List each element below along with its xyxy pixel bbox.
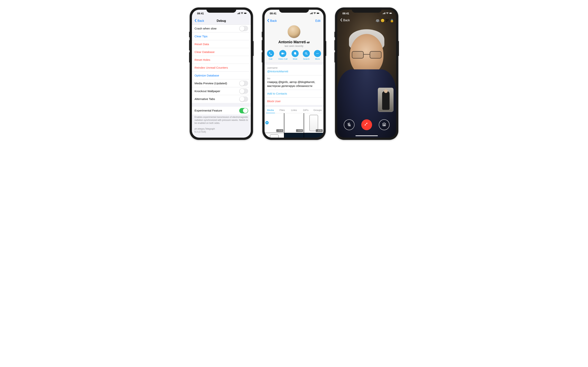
add-to-contacts[interactable]: Add to Contacts xyxy=(265,90,323,98)
call-controls xyxy=(337,119,396,130)
tab-groups[interactable]: Groups xyxy=(312,107,323,113)
battery-icon xyxy=(244,12,247,15)
row-clear-tips[interactable]: Clear Tips xyxy=(192,33,251,40)
action-video-call[interactable]: Video Call xyxy=(278,50,288,60)
chevron-left-icon xyxy=(194,19,197,23)
media-item[interactable]: ↓ 0:20 xyxy=(284,113,304,133)
wifi-icon xyxy=(386,12,389,15)
media-item[interactable] xyxy=(265,133,284,138)
row-media-preview[interactable]: Media Preview (Updated) xyxy=(192,79,251,87)
app-build-info: ph.telegra.Telegraph 6.3 (17316) xyxy=(192,127,251,135)
emoji-key: 🦝 xyxy=(376,19,379,23)
svg-point-15 xyxy=(316,53,317,54)
username-block[interactable]: username @AntonioMarreti xyxy=(265,65,323,75)
notch xyxy=(279,8,309,13)
emoji-key: 🔒 xyxy=(390,19,394,23)
avatar[interactable] xyxy=(287,25,301,38)
row-experimental-feature[interactable]: Experimental Feature xyxy=(192,107,251,115)
row-optimize-database[interactable]: Optimize Database xyxy=(192,72,251,79)
svg-rect-19 xyxy=(383,13,384,14)
profile-name: Antonio Marreti🏎 xyxy=(265,40,323,44)
toggle-experimental[interactable] xyxy=(239,108,248,113)
nav-title: Debug xyxy=(217,19,226,23)
status-time: 09:41 xyxy=(197,12,204,15)
signal-icon xyxy=(310,12,313,15)
svg-rect-8 xyxy=(311,13,311,14)
phone-video-call: 09:41 Back 🦝 😊 🕊 🔒 xyxy=(335,8,398,140)
svg-rect-18 xyxy=(383,13,383,14)
svg-rect-7 xyxy=(310,13,310,14)
name-emoji: 🏎 xyxy=(307,41,310,44)
row-alternative-tabs[interactable]: Alternative Tabs xyxy=(192,95,251,103)
media-item[interactable] xyxy=(284,133,304,138)
emoji-key: 🕊 xyxy=(386,19,389,23)
wifi-icon xyxy=(313,12,316,15)
svg-rect-5 xyxy=(244,13,246,13)
media-item[interactable]: ↓ 0:31 xyxy=(304,113,323,133)
experimental-footer: Enables experimental transmission of ele… xyxy=(192,115,251,127)
edit-button[interactable]: Edit xyxy=(315,19,322,23)
status-time: 09:41 xyxy=(270,12,276,15)
toggle-crash-slow[interactable] xyxy=(239,26,248,31)
tab-media[interactable]: Media xyxy=(265,107,276,113)
media-grid: ↓ 0:10 ↓ 0:20 ↓ 0:31 xyxy=(265,113,323,138)
home-indicator[interactable] xyxy=(355,135,378,136)
row-reindex-unread[interactable]: Reindex Unread Counters xyxy=(192,64,251,72)
chevron-left-icon xyxy=(266,19,270,23)
media-tabs: Media Files Links GIFs Groups xyxy=(265,107,323,113)
nav-bar: Back Edit xyxy=(265,17,323,25)
local-video-pip[interactable] xyxy=(378,88,394,112)
emoji-key: 😊 xyxy=(381,19,385,23)
svg-rect-24 xyxy=(392,13,392,13)
mute-button[interactable] xyxy=(344,119,354,130)
tab-files[interactable]: Files xyxy=(276,107,288,113)
svg-point-17 xyxy=(318,53,319,54)
notch xyxy=(352,8,382,13)
flip-camera-button[interactable] xyxy=(379,119,390,130)
action-call[interactable]: Call xyxy=(267,50,274,60)
block-user[interactable]: Block User xyxy=(265,98,323,105)
wifi-icon xyxy=(241,12,243,15)
action-more[interactable]: More xyxy=(314,50,321,60)
media-item[interactable] xyxy=(304,133,323,138)
profile-header: Antonio Marreti🏎 last seen recently Call… xyxy=(265,25,323,63)
svg-rect-13 xyxy=(319,13,319,13)
video-duration-badge: ↓ 0:10 xyxy=(276,129,283,132)
svg-rect-3 xyxy=(240,12,240,14)
svg-rect-9 xyxy=(312,12,312,14)
bio-block: bio главред @tginfo, автор @blogMarreti,… xyxy=(265,75,323,90)
back-button[interactable]: Back xyxy=(194,19,204,23)
back-button[interactable]: Back xyxy=(266,19,277,23)
svg-rect-21 xyxy=(385,12,385,14)
tab-links[interactable]: Links xyxy=(288,107,300,113)
toggle-media-preview[interactable] xyxy=(239,81,248,86)
bio-value: главред @tginfo, автор @blogMarreti, мас… xyxy=(267,80,321,88)
action-search[interactable]: Search xyxy=(303,50,310,60)
chevron-left-icon xyxy=(339,18,343,22)
tab-gifs[interactable]: GIFs xyxy=(300,107,312,113)
play-icon xyxy=(265,121,269,124)
toggle-alt-tabs[interactable] xyxy=(239,96,248,102)
bell-slash-icon xyxy=(292,50,299,57)
status-time: 09:41 xyxy=(342,12,349,15)
phone-contact-profile: 09:41 Back Edit Antonio Marreti🏎 last se… xyxy=(262,8,326,140)
toggle-knockout[interactable] xyxy=(239,88,248,94)
back-button[interactable]: Back xyxy=(339,18,350,22)
row-crash-when-slow[interactable]: Crash when slow xyxy=(192,25,251,33)
row-reset-data[interactable]: Reset Data xyxy=(192,40,251,48)
signal-icon xyxy=(383,12,385,15)
action-mute[interactable]: Mute xyxy=(292,50,299,60)
username-value: @AntonioMarreti xyxy=(267,70,321,73)
end-call-button[interactable] xyxy=(361,119,372,130)
svg-rect-20 xyxy=(384,12,385,14)
svg-rect-12 xyxy=(317,13,319,13)
nav-bar: Back Debug xyxy=(192,17,251,25)
video-duration-badge: ↓ 0:20 xyxy=(296,129,303,132)
video-duration-badge: ↓ 0:31 xyxy=(316,129,323,132)
last-seen-status: last seen recently xyxy=(265,45,323,47)
row-reset-holes[interactable]: Reset Holes xyxy=(192,56,251,64)
media-item[interactable]: ↓ 0:10 xyxy=(265,113,284,133)
row-clear-database[interactable]: Clear Database xyxy=(192,48,251,56)
row-knockout-wallpaper[interactable]: Knockout Wallpaper xyxy=(192,87,251,95)
video-icon xyxy=(279,50,286,57)
